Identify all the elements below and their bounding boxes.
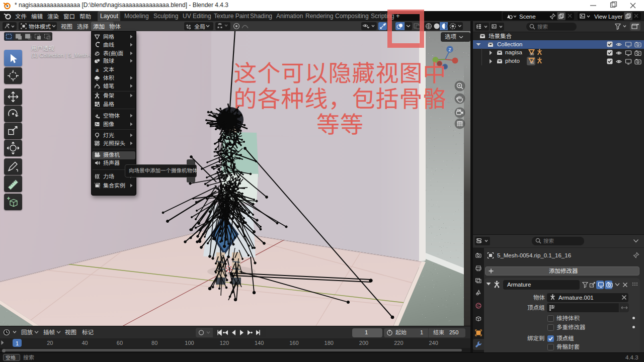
svg-text:a: a: [96, 66, 99, 72]
svg-text:Z: Z: [448, 47, 451, 52]
